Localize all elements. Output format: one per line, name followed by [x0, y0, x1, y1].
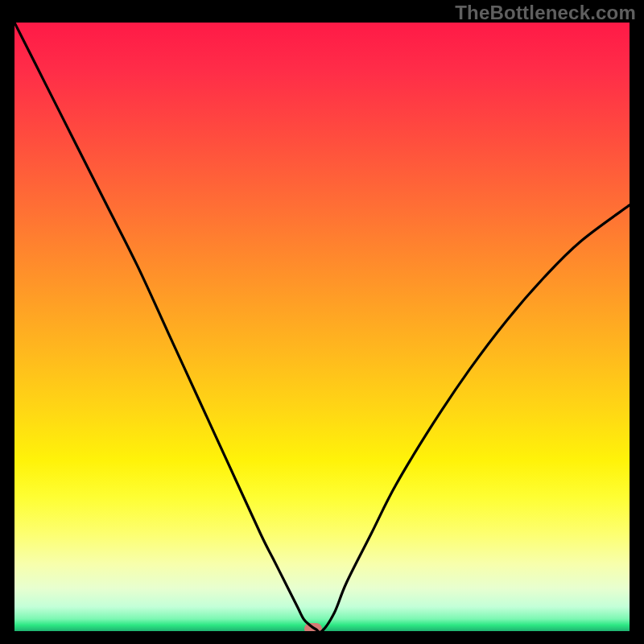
watermark-text: TheBottleneck.com: [455, 2, 636, 24]
bottleneck-curve-svg: [14, 23, 630, 631]
bottleneck-curve-path: [14, 23, 630, 631]
plot-area: [14, 23, 630, 631]
chart-root: TheBottleneck.com: [0, 0, 644, 644]
